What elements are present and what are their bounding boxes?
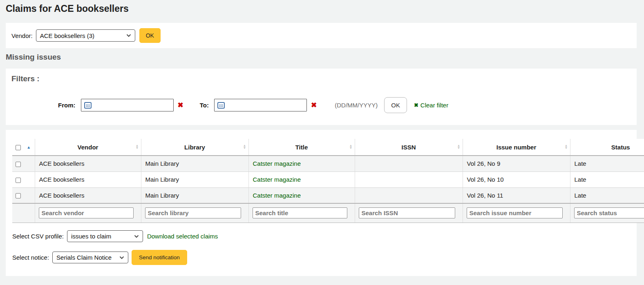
cell-status: Late [570, 171, 644, 187]
vendor-select-value: ACE booksellers (3) [40, 32, 94, 39]
select-all-header: ▲ [12, 139, 35, 156]
row-checkbox[interactable] [16, 193, 21, 198]
send-notification-button[interactable]: Send notification [132, 250, 187, 265]
filters-panel: Filters : From: ✖ To: [6, 69, 637, 125]
notice-controls-row: Select notice: Serials Claim Notice Send… [12, 250, 187, 265]
clear-to-date-icon[interactable]: ✖ [311, 101, 317, 109]
to-label: To: [200, 102, 209, 109]
cell-status: Late [570, 187, 644, 203]
to-date-input[interactable] [214, 99, 307, 111]
search-status-input[interactable] [574, 207, 644, 218]
cell-status: Late [570, 156, 644, 171]
cell-library: Main Library [141, 156, 248, 171]
chevron-down-icon [119, 256, 124, 259]
cell-issn [355, 171, 463, 187]
csv-profile-select[interactable]: issues to claim [67, 230, 143, 242]
row-checkbox[interactable] [16, 178, 21, 183]
cell-issn [355, 156, 463, 171]
claims-table: ▲ Vendor ▲▼ Library ▲▼ Title ▲▼ [12, 139, 644, 223]
column-header-status[interactable]: Status ▲▼ [570, 139, 644, 156]
table-row: ACE booksellers Main Library Catster mag… [12, 156, 644, 171]
vendor-label: Vendor: [11, 32, 33, 39]
search-title-input[interactable] [253, 207, 347, 218]
table-search-row [12, 203, 644, 223]
sort-icon: ▲▼ [243, 145, 246, 149]
column-header-issue-number[interactable]: Issue number ▲▼ [463, 139, 570, 156]
from-label: From: [58, 102, 76, 109]
chevron-down-icon [126, 34, 131, 37]
sort-icon: ▲▼ [457, 145, 461, 149]
cell-vendor: ACE booksellers [35, 171, 141, 187]
notice-label: Select notice: [12, 254, 49, 261]
filters-heading: Filters : [11, 74, 40, 83]
table-row: ACE booksellers Main Library Catster mag… [12, 187, 644, 203]
from-date-input[interactable] [81, 99, 174, 111]
vendor-select[interactable]: ACE booksellers (3) [36, 29, 135, 42]
search-issn-input[interactable] [359, 207, 455, 218]
sort-icon: ▲▼ [136, 145, 139, 149]
vendor-ok-button[interactable]: OK [139, 28, 161, 43]
sort-ascending-icon[interactable]: ▲ [27, 145, 31, 149]
date-filter-row: From: ✖ To: ✖ (DD/MM/YYYY) [58, 97, 637, 113]
download-claims-link[interactable]: Download selected claims [147, 233, 218, 240]
date-format-hint: (DD/MM/YYYY) [335, 102, 378, 109]
search-vendor-input[interactable] [39, 207, 134, 218]
cell-issue-number: Vol 26, No 11 [463, 187, 570, 203]
column-header-vendor[interactable]: Vendor ▲▼ [35, 139, 141, 156]
csv-profile-label: Select CSV profile: [12, 233, 64, 240]
row-checkbox[interactable] [16, 162, 21, 167]
table-row: ACE booksellers Main Library Catster mag… [12, 171, 644, 187]
page-title: Claims for ACE booksellers [6, 3, 129, 14]
chevron-down-icon [134, 235, 139, 238]
missing-issues-heading: Missing issues [6, 53, 61, 62]
cell-issue-number: Vol 26, No 10 [463, 171, 570, 187]
clear-filter-link[interactable]: ✖ Clear filter [414, 102, 448, 109]
notice-value: Serials Claim Notice [56, 254, 112, 261]
table-header-row: ▲ Vendor ▲▼ Library ▲▼ Title ▲▼ [12, 139, 644, 156]
cell-vendor: ACE booksellers [35, 187, 141, 203]
cell-issue-number: Vol 26, No 9 [463, 156, 570, 171]
search-issue-number-input[interactable] [467, 207, 563, 218]
select-all-checkbox[interactable] [16, 145, 21, 150]
title-link[interactable]: Catster magazine [253, 160, 301, 167]
sort-icon: ▲▼ [565, 145, 568, 149]
filter-ok-button[interactable]: OK [384, 97, 407, 113]
calendar-icon [217, 102, 225, 109]
vendor-bar: Vendor: ACE booksellers (3) OK [6, 23, 637, 48]
claims-panel: ▲ Vendor ▲▼ Library ▲▼ Title ▲▼ [6, 130, 637, 276]
claims-page: Claims for ACE booksellers Vendor: ACE b… [0, 0, 644, 285]
clear-from-date-icon[interactable]: ✖ [178, 101, 183, 109]
title-link[interactable]: Catster magazine [253, 192, 301, 199]
title-link[interactable]: Catster magazine [253, 176, 301, 183]
column-header-title[interactable]: Title ▲▼ [248, 139, 355, 156]
cell-vendor: ACE booksellers [35, 156, 141, 171]
notice-select[interactable]: Serials Claim Notice [52, 252, 128, 263]
cell-library: Main Library [141, 171, 248, 187]
cell-issn [355, 187, 463, 203]
column-header-library[interactable]: Library ▲▼ [141, 139, 248, 156]
search-library-input[interactable] [145, 207, 241, 218]
sort-icon: ▲▼ [349, 145, 353, 149]
calendar-icon [84, 102, 92, 109]
csv-controls-row: Select CSV profile: issues to claim Down… [12, 230, 218, 242]
clear-filter-icon: ✖ [414, 102, 418, 108]
clear-filter-label: Clear filter [420, 102, 448, 109]
cell-library: Main Library [141, 187, 248, 203]
column-header-issn[interactable]: ISSN ▲▼ [355, 139, 463, 156]
csv-profile-value: issues to claim [71, 233, 111, 240]
